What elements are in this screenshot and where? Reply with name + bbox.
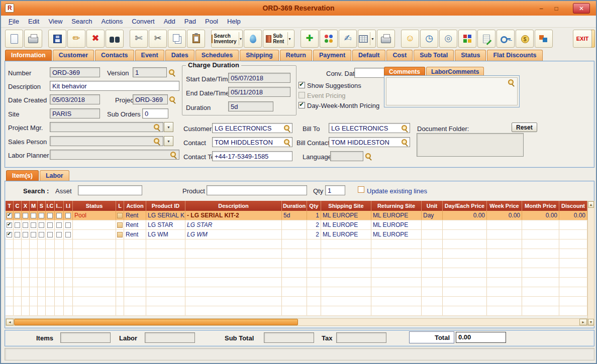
horizontal-scrollbar[interactable]: ◄ ► xyxy=(6,318,587,326)
table-column-header[interactable]: Month Price xyxy=(522,201,559,211)
row-checkbox[interactable] xyxy=(23,222,28,228)
print-icon[interactable]: ▼ xyxy=(24,30,42,48)
bill-to-search-icon[interactable] xyxy=(401,125,408,132)
menu-item[interactable]: File xyxy=(4,16,24,27)
horizontal-scroll-thumb[interactable] xyxy=(14,319,298,325)
row-checkbox[interactable] xyxy=(47,222,53,228)
table-row[interactable]: Rent LG WM LG WM 2 ML EUROPE ML EUROPE xyxy=(6,230,587,239)
table-column-header[interactable]: Action xyxy=(124,201,146,211)
main-tab[interactable]: Flat Discounts xyxy=(487,50,542,61)
line-detail-icon[interactable] xyxy=(117,213,123,218)
row-checkbox[interactable] xyxy=(65,222,71,228)
main-tab[interactable]: Return xyxy=(280,50,312,61)
save-icon[interactable]: ▼ xyxy=(48,30,66,48)
main-tab[interactable]: Payment xyxy=(313,50,351,61)
row-checkbox[interactable] xyxy=(23,232,28,237)
menu-item[interactable]: Add xyxy=(159,16,180,27)
duration-field[interactable]: 5d xyxy=(228,101,273,111)
table-column-header[interactable]: Returning Site xyxy=(371,201,422,211)
row-checkbox[interactable] xyxy=(65,232,71,237)
row-checkbox[interactable] xyxy=(23,213,28,218)
chevron-down-icon[interactable]: ▼ xyxy=(239,32,243,45)
project-mgr-dropdown-button[interactable]: ▼ xyxy=(164,122,173,132)
row-checkbox[interactable] xyxy=(31,222,36,228)
table-column-header[interactable]: Shipping Site xyxy=(321,201,371,211)
edit-note-icon[interactable]: ✍ ▼ xyxy=(339,30,357,48)
add-icon[interactable]: ✚ ▼ xyxy=(301,30,319,48)
table-row[interactable] xyxy=(6,249,587,259)
line-detail-icon[interactable] xyxy=(117,232,123,237)
pad-grid-icon[interactable]: ▼ xyxy=(358,30,376,48)
coins-icon[interactable]: ▼ xyxy=(516,30,534,48)
menu-item[interactable]: Pad xyxy=(180,16,201,27)
comments-box[interactable] xyxy=(384,75,520,107)
project-field[interactable]: ORD-369 xyxy=(133,94,168,104)
row-checkbox[interactable] xyxy=(39,222,44,228)
menu-item[interactable]: View xyxy=(44,16,67,27)
end-date-field[interactable]: 05/11/2018 xyxy=(228,87,290,97)
language-search-icon[interactable] xyxy=(365,153,372,160)
main-tab[interactable]: Customer xyxy=(53,50,94,61)
menu-item[interactable]: Actions xyxy=(97,16,128,27)
main-tab[interactable]: Cost xyxy=(386,50,413,61)
row-checkbox[interactable] xyxy=(31,232,36,237)
main-tab[interactable]: Sub Total xyxy=(414,50,454,61)
table-column-header[interactable]: Discount xyxy=(559,201,587,211)
find-binoculars-icon[interactable]: ▼ xyxy=(106,30,124,48)
table-column-header[interactable]: C xyxy=(14,201,22,211)
table-column-header[interactable]: M xyxy=(30,201,38,211)
table-column-header[interactable]: Qty xyxy=(307,201,321,211)
table-row[interactable]: Pool Rent LG SERIAL KIT-2 - LG SERIAL KI… xyxy=(6,211,587,220)
main-tab[interactable]: Default xyxy=(352,50,385,61)
clock-icon[interactable]: ◷ ▼ xyxy=(420,30,438,48)
table-column-header[interactable]: Status xyxy=(73,201,116,211)
menu-item[interactable]: Edit xyxy=(24,16,44,27)
table-column-header[interactable]: I... xyxy=(55,201,64,211)
table-column-header[interactable]: I.I xyxy=(64,201,73,211)
items-tab[interactable]: Labor xyxy=(40,170,69,181)
comments-search-icon[interactable] xyxy=(508,79,515,86)
scroll-up-icon[interactable]: ▲ xyxy=(588,201,594,208)
cubes-icon[interactable]: ▼ xyxy=(458,30,476,48)
site-field[interactable]: PARIS xyxy=(50,108,100,118)
scroll-down-icon[interactable]: ▼ xyxy=(588,319,594,325)
sub-rent-button[interactable]: Sub Rent ▼ xyxy=(263,30,294,48)
cut-icon[interactable]: ✂ ▼ xyxy=(149,30,167,48)
filter-drop-icon[interactable]: ▼ xyxy=(244,30,262,48)
cd-icon[interactable]: ◎ ▼ xyxy=(439,30,457,48)
key-icon[interactable]: ▼ xyxy=(496,30,515,48)
table-column-header[interactable]: I.C xyxy=(46,201,55,211)
groups-icon[interactable]: ▼ xyxy=(320,30,338,48)
row-checkbox[interactable] xyxy=(56,213,62,218)
row-checkbox[interactable] xyxy=(56,232,62,237)
contact-field[interactable]: TOM HIDDLESTON xyxy=(212,137,292,147)
row-checkbox[interactable] xyxy=(15,222,20,228)
main-tab[interactable]: Schedules xyxy=(195,50,239,61)
edit-pencil-icon[interactable]: ✏ ▼ xyxy=(67,30,85,48)
table-column-header[interactable]: Description xyxy=(185,201,282,211)
paste-icon[interactable]: ▼ xyxy=(187,30,205,48)
update-existing-lines-checkbox[interactable] xyxy=(358,186,364,193)
contact-tel-field[interactable]: +44-17-5349-1585 xyxy=(212,151,292,161)
table-column-header[interactable]: S xyxy=(38,201,46,211)
row-checkbox[interactable] xyxy=(31,213,36,218)
maximize-button[interactable]: □ xyxy=(550,4,563,13)
labor-planner-field[interactable] xyxy=(50,150,179,160)
print-report-icon[interactable]: ▼ xyxy=(377,30,395,48)
row-select-checkbox[interactable] xyxy=(7,232,12,237)
row-checkbox[interactable] xyxy=(56,222,62,228)
reset-button[interactable]: Reset xyxy=(512,123,537,132)
table-column-header[interactable]: Week Price xyxy=(487,201,522,211)
table-row[interactable] xyxy=(6,239,587,249)
main-tab[interactable]: Contacts xyxy=(95,50,134,61)
delete-icon[interactable]: ✖ ▼ xyxy=(86,30,105,48)
table-column-header[interactable]: X xyxy=(22,201,30,211)
sub-orders-field[interactable]: 0 xyxy=(142,108,168,118)
exit-button[interactable]: EXIT xyxy=(573,30,592,48)
main-tab[interactable]: Information xyxy=(5,50,52,61)
chevron-down-icon[interactable]: ▼ xyxy=(287,32,291,45)
chevron-down-icon[interactable]: ▼ xyxy=(370,32,375,45)
sales-person-search-icon[interactable] xyxy=(153,138,160,145)
row-checkbox[interactable] xyxy=(39,213,44,218)
date-created-field[interactable]: 05/03/2018 xyxy=(50,94,100,104)
